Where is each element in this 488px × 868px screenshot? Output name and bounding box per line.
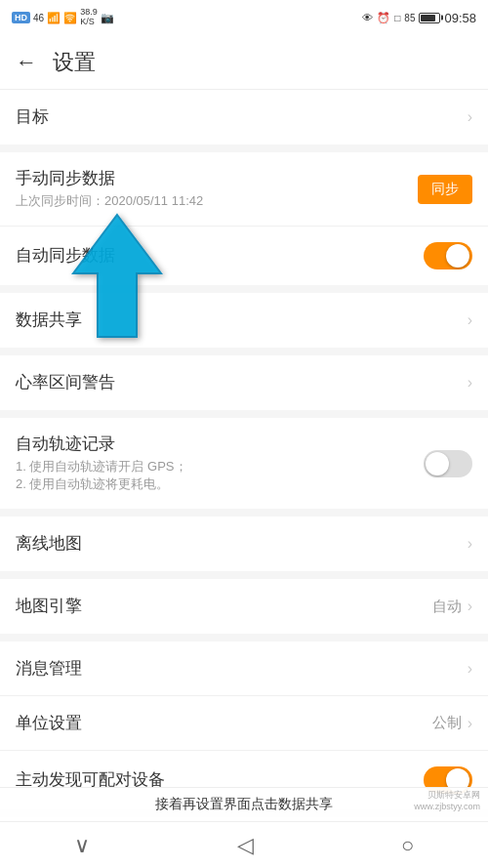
group-map-engine: 地图引擎 自动 ›	[0, 579, 488, 634]
item-data-sharing[interactable]: 数据共享 ›	[0, 293, 488, 348]
battery-icon	[419, 13, 440, 23]
group-sync: 手动同步数据 上次同步时间：2020/05/11 11:42 同步 自动同步数据	[0, 152, 488, 285]
time-display: 09:58	[444, 11, 476, 25]
item-auto-sync-title: 自动同步数据	[16, 245, 412, 267]
item-heart-rate-left: 心率区间警告	[16, 372, 456, 393]
item-auto-track-right	[424, 450, 472, 477]
group-heart-rate: 心率区间警告 ›	[0, 355, 488, 410]
item-offline-map-title: 离线地图	[16, 533, 456, 555]
signal-bars: 📶	[47, 12, 61, 24]
hd-badge: HD	[12, 12, 30, 23]
item-target-left: 目标	[16, 106, 456, 128]
page-header: ← 设置	[0, 35, 488, 90]
eye-icon: 👁	[362, 12, 373, 23]
item-auto-track-title: 自动轨迹记录	[16, 434, 412, 455]
speed-indicator: 38.9K/S	[80, 8, 98, 27]
signal-4g: 46	[33, 13, 44, 23]
item-offline-map-left: 离线地图	[16, 533, 456, 555]
chevron-icon: ›	[468, 374, 472, 392]
units-value: 公制	[432, 714, 462, 732]
camera-icon: 📷	[101, 12, 114, 24]
item-notifications-right: ›	[468, 660, 472, 678]
group-offline-map: 离线地图 ›	[0, 517, 488, 571]
item-map-engine[interactable]: 地图引擎 自动 ›	[0, 579, 488, 634]
alarm-icon: ⏰	[377, 12, 390, 24]
item-auto-track-subtitle: 1. 使用自动轨迹请开启 GPS；2. 使用自动轨迹将更耗电。	[16, 458, 412, 493]
item-offline-map-right: ›	[468, 535, 472, 553]
item-notifications-left: 消息管理	[16, 658, 456, 680]
back-button[interactable]: ←	[16, 50, 37, 75]
chevron-icon: ›	[468, 715, 472, 732]
chevron-icon: ›	[468, 311, 472, 329]
item-data-sharing-title: 数据共享	[16, 310, 456, 331]
toggle-knob	[426, 452, 449, 475]
item-target-title: 目标	[16, 106, 456, 128]
status-left: HD 46 📶 🛜 38.9K/S 📷	[12, 8, 114, 27]
chevron-icon: ›	[468, 108, 472, 126]
item-units-right: 公制 ›	[432, 714, 472, 732]
item-target[interactable]: 目标 ›	[0, 90, 488, 145]
bottom-nav-bar: ∨ ◁ ○	[0, 821, 488, 868]
item-auto-track-left: 自动轨迹记录 1. 使用自动轨迹请开启 GPS；2. 使用自动轨迹将更耗电。	[16, 434, 412, 493]
nav-down-button[interactable]: ∨	[74, 833, 90, 858]
item-auto-track[interactable]: 自动轨迹记录 1. 使用自动轨迹请开启 GPS；2. 使用自动轨迹将更耗电。	[0, 418, 488, 509]
instruction-text: 接着再设置界面点击数据共享	[155, 796, 333, 811]
nav-back-button[interactable]: ◁	[237, 833, 254, 858]
item-notifications-title: 消息管理	[16, 658, 456, 680]
item-map-engine-left: 地图引擎	[16, 596, 421, 617]
group-misc: 消息管理 › 单位设置 公制 › 主动发现可配对设备	[0, 641, 488, 809]
chevron-icon: ›	[468, 535, 472, 553]
item-auto-sync[interactable]: 自动同步数据	[0, 227, 488, 285]
group-auto-track: 自动轨迹记录 1. 使用自动轨迹请开启 GPS；2. 使用自动轨迹将更耗电。	[0, 418, 488, 509]
item-units-left: 单位设置	[16, 713, 421, 734]
watermark-line2: www.zjbstyy.com	[414, 802, 480, 811]
item-auto-sync-left: 自动同步数据	[16, 245, 412, 267]
watermark-line1: 贝斯特安卓网	[414, 789, 480, 802]
item-notifications[interactable]: 消息管理 ›	[0, 641, 488, 696]
chevron-icon: ›	[468, 598, 472, 615]
item-data-sharing-right: ›	[468, 311, 472, 329]
watermark: 贝斯特安卓网 www.zjbstyy.com	[414, 789, 480, 811]
group-data-sharing: 数据共享 ›	[0, 293, 488, 348]
nfc-icon: □	[394, 13, 400, 23]
item-units-title: 单位设置	[16, 713, 421, 734]
item-manual-sync-right: 同步	[418, 175, 472, 204]
auto-track-toggle[interactable]	[424, 450, 472, 477]
item-offline-map[interactable]: 离线地图 ›	[0, 517, 488, 571]
item-manual-sync-title: 手动同步数据	[16, 168, 406, 189]
nav-home-button[interactable]: ○	[401, 833, 414, 858]
item-auto-sync-right	[424, 242, 472, 269]
sync-button[interactable]: 同步	[418, 175, 472, 204]
status-bar: HD 46 📶 🛜 38.9K/S 📷 👁 ⏰ □ 85 09:58	[0, 0, 488, 35]
wifi-icon: 🛜	[63, 12, 77, 24]
item-target-right: ›	[468, 108, 472, 126]
item-heart-rate-title: 心率区间警告	[16, 372, 456, 393]
item-map-engine-title: 地图引擎	[16, 596, 421, 617]
item-units[interactable]: 单位设置 公制 ›	[0, 696, 488, 751]
auto-sync-toggle[interactable]	[424, 242, 472, 269]
item-heart-rate[interactable]: 心率区间警告 ›	[0, 355, 488, 410]
chevron-icon: ›	[468, 660, 472, 678]
group-target: 目标 ›	[0, 90, 488, 145]
toggle-knob	[446, 244, 469, 268]
page-title: 设置	[53, 48, 96, 77]
settings-list: 目标 › 手动同步数据 上次同步时间：2020/05/11 11:42 同步 自…	[0, 90, 488, 868]
map-engine-value: 自动	[432, 598, 462, 616]
item-heart-rate-right: ›	[468, 374, 472, 392]
battery-indicator: 85	[404, 13, 415, 23]
item-map-engine-right: 自动 ›	[432, 598, 472, 616]
item-data-sharing-left: 数据共享	[16, 310, 456, 331]
status-right: 👁 ⏰ □ 85 09:58	[362, 11, 476, 25]
item-manual-sync[interactable]: 手动同步数据 上次同步时间：2020/05/11 11:42 同步	[0, 152, 488, 227]
item-manual-sync-left: 手动同步数据 上次同步时间：2020/05/11 11:42	[16, 168, 406, 210]
item-manual-sync-subtitle: 上次同步时间：2020/05/11 11:42	[16, 192, 406, 210]
